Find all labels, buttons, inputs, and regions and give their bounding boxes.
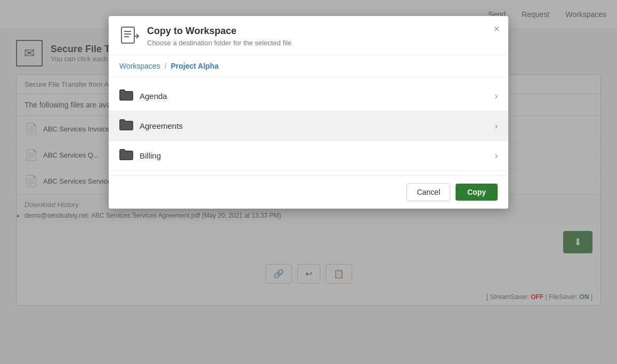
folder-icon	[119, 148, 133, 163]
svg-rect-0	[121, 27, 134, 43]
folder-name-agenda: Agenda	[140, 92, 495, 101]
copy-button[interactable]: Copy	[456, 184, 498, 201]
breadcrumb-separator: /	[165, 62, 167, 70]
folder-item-agreements[interactable]: Agreements ›	[109, 111, 508, 141]
folder-name-agreements: Agreements	[140, 121, 495, 130]
copy-workspace-icon	[119, 26, 141, 47]
modal-subtitle: Choose a destination folder for the sele…	[147, 39, 291, 47]
modal-breadcrumb: Workspaces / Project Alpha	[109, 55, 508, 77]
page-background: Send Request Workspaces ✉ Secure File Tr…	[0, 0, 617, 364]
modal-close-button[interactable]: ×	[493, 23, 500, 34]
modal-header: Copy to Workspace Choose a destination f…	[109, 16, 508, 55]
folder-item-billing[interactable]: Billing ›	[109, 141, 508, 171]
folder-name-billing: Billing	[140, 151, 495, 160]
folder-arrow-icon: ›	[495, 92, 498, 101]
folder-icon	[119, 119, 133, 133]
breadcrumb-current: Project Alpha	[171, 62, 218, 70]
folder-list: Agenda › Agreements ›	[109, 77, 508, 175]
modal-title: Copy to Workspace	[147, 26, 291, 37]
modal-overlay: Copy to Workspace Choose a destination f…	[0, 0, 617, 364]
modal-footer: Cancel Copy	[109, 175, 508, 209]
modal-header-content: Copy to Workspace Choose a destination f…	[147, 26, 291, 47]
copy-to-workspace-modal: Copy to Workspace Choose a destination f…	[109, 16, 508, 209]
folder-icon	[119, 89, 133, 103]
folder-arrow-icon: ›	[495, 151, 498, 161]
cancel-button[interactable]: Cancel	[407, 183, 450, 201]
folder-arrow-icon: ›	[495, 121, 498, 131]
folder-item-agenda[interactable]: Agenda ›	[109, 81, 508, 111]
breadcrumb-workspaces[interactable]: Workspaces	[119, 62, 160, 70]
